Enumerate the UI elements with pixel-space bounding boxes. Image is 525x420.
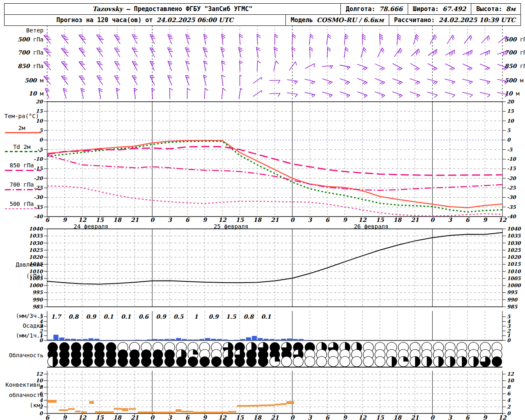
convective-segment <box>286 401 294 404</box>
precip-bar <box>176 338 181 340</box>
precip-bar <box>211 339 216 340</box>
svg-text:21: 21 <box>411 217 419 223</box>
svg-text:9: 9 <box>343 217 347 223</box>
svg-text:9: 9 <box>63 414 67 420</box>
svg-text:0: 0 <box>150 414 155 420</box>
svg-text:3: 3 <box>168 414 172 420</box>
precip-bar <box>287 338 292 340</box>
svg-text:6: 6 <box>325 217 330 223</box>
svg-text:1040: 1040 <box>29 226 43 232</box>
svg-text:20: 20 <box>507 99 514 105</box>
svg-text:0: 0 <box>507 411 511 416</box>
convective-segment <box>59 409 68 411</box>
convective-segment <box>193 412 228 413</box>
convective-segment <box>268 404 275 406</box>
svg-text:6: 6 <box>466 414 470 420</box>
svg-text:3: 3 <box>448 217 452 223</box>
convective-segment <box>176 409 181 412</box>
svg-text:990: 990 <box>32 297 43 303</box>
svg-text:9: 9 <box>63 217 67 223</box>
svg-text:1005: 1005 <box>507 276 521 281</box>
svg-text:995: 995 <box>32 290 43 295</box>
svg-text:1005: 1005 <box>29 276 43 281</box>
precip-bar <box>164 339 169 340</box>
svg-text:21: 21 <box>271 414 279 420</box>
svg-text:0.1: 0.1 <box>261 313 271 320</box>
svg-text:0.1: 0.1 <box>103 313 114 320</box>
svg-text:-20: -20 <box>507 176 516 181</box>
precip-bar <box>252 336 257 340</box>
svg-text:-10: -10 <box>34 156 43 162</box>
precip-bar <box>293 339 298 340</box>
svg-text:21: 21 <box>131 414 139 420</box>
svg-text:15: 15 <box>376 217 384 223</box>
svg-text:3: 3 <box>308 217 313 223</box>
svg-text:12: 12 <box>78 414 87 420</box>
convective-segment <box>129 408 136 410</box>
precip-bar <box>258 338 262 340</box>
svg-text:2: 2 <box>507 404 511 410</box>
precip-bar <box>71 339 76 340</box>
svg-text:9: 9 <box>483 217 487 223</box>
svg-text:0.9: 0.9 <box>156 313 167 320</box>
svg-text:1025: 1025 <box>29 247 43 253</box>
svg-text:6: 6 <box>45 414 50 420</box>
svg-text:0.9: 0.9 <box>86 313 97 320</box>
svg-text:15: 15 <box>236 217 244 223</box>
svg-text:8: 8 <box>39 384 43 390</box>
svg-text:-30: -30 <box>34 194 43 200</box>
precip-bar <box>269 339 274 340</box>
wind-panel <box>43 25 507 102</box>
svg-text:3: 3 <box>168 217 172 223</box>
precip-bar <box>299 339 304 340</box>
svg-text:21: 21 <box>131 217 139 223</box>
svg-text:-5: -5 <box>37 147 43 153</box>
svg-text:-40: -40 <box>34 214 43 219</box>
svg-text:15: 15 <box>507 108 514 114</box>
precip-bar <box>77 339 82 340</box>
svg-text:0: 0 <box>39 137 43 143</box>
precip-bar <box>240 339 245 340</box>
convective-segment <box>228 411 236 413</box>
convective-segment <box>249 405 259 406</box>
svg-text:12: 12 <box>36 371 43 377</box>
svg-text:0.1: 0.1 <box>121 313 131 320</box>
svg-text:1.7: 1.7 <box>51 313 62 320</box>
svg-text:12: 12 <box>507 371 514 377</box>
svg-text:4: 4 <box>39 397 43 403</box>
convective-segment <box>47 400 57 403</box>
precipitation-panel: 0011223344551.70.80.90.10.10.60.90.510.9… <box>39 311 511 343</box>
svg-text:-10: -10 <box>507 156 516 162</box>
svg-text:0: 0 <box>150 217 155 223</box>
precip-bar <box>53 335 58 340</box>
precip-bar <box>129 340 134 340</box>
precip-bar <box>65 339 70 340</box>
precip-bar <box>106 340 111 340</box>
svg-text:1: 1 <box>194 313 198 320</box>
svg-text:18: 18 <box>113 414 122 420</box>
svg-text:995: 995 <box>507 290 518 295</box>
svg-text:1010: 1010 <box>29 269 43 274</box>
svg-text:12: 12 <box>218 217 227 223</box>
wind-barbs-row-10м <box>45 88 508 99</box>
svg-text:1020: 1020 <box>29 254 43 260</box>
precip-bar <box>135 340 140 340</box>
precip-bar <box>147 340 152 340</box>
svg-text:990: 990 <box>507 297 518 303</box>
svg-text:1010: 1010 <box>507 269 521 274</box>
svg-text:0.5: 0.5 <box>173 313 184 320</box>
svg-text:-30: -30 <box>507 194 516 200</box>
svg-text:8: 8 <box>507 384 511 390</box>
precip-bar <box>158 339 163 340</box>
precip-bar <box>82 339 87 340</box>
svg-text:15: 15 <box>376 414 384 420</box>
svg-text:6: 6 <box>185 414 190 420</box>
precip-bar <box>205 338 210 340</box>
precip-bar <box>228 340 233 340</box>
convective-panel: 002244668810101212 <box>36 371 514 416</box>
convective-segment <box>114 408 122 410</box>
svg-text:10: 10 <box>507 118 514 124</box>
precip-bar <box>141 340 146 340</box>
svg-text:6: 6 <box>39 391 43 397</box>
svg-text:-40: -40 <box>507 214 516 219</box>
